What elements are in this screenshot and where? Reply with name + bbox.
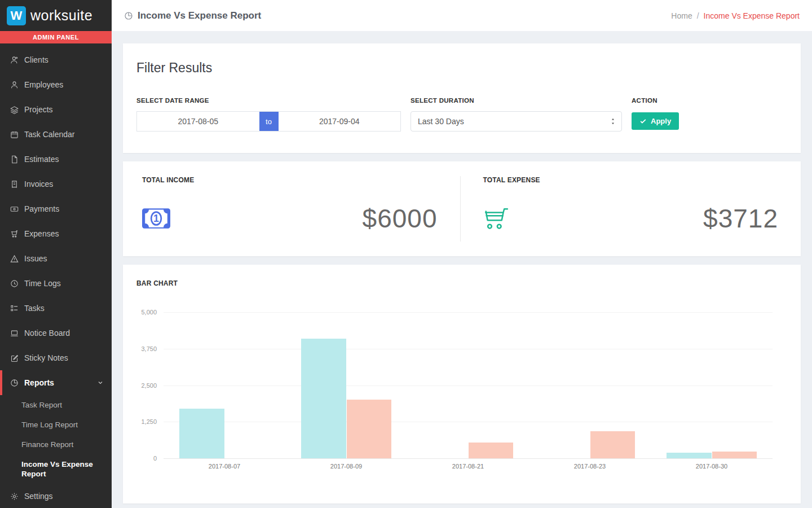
page-title: Income Vs Expense Report [138,10,261,21]
breadcrumb: Home / Income Vs Expense Report [671,11,800,20]
admin-panel-band: ADMIN PANEL [0,31,112,43]
sidebar-item-time-logs[interactable]: Time Logs [0,271,112,296]
employees-icon [10,81,19,89]
y-tick: 2,500 [141,382,157,389]
sidebar-item-clients[interactable]: Clients [0,47,112,72]
sidebar-subitem-income-vs-expense-report[interactable]: Income Vs Expense Report [0,454,107,484]
sidebar-subitem-finance-report[interactable]: Finance Report [0,435,112,454]
sidebar-item-label: Expenses [24,229,59,238]
income-bar [667,453,712,458]
y-tick: 0 [153,455,157,462]
bar-chart-title: BAR CHART [136,279,787,287]
filter-heading: Filter Results [136,60,787,76]
main-content: Filter Results SELECT DATE RANGE to SELE… [112,31,812,508]
sidebar-item-tasks[interactable]: Tasks [0,296,112,321]
layers-icon [10,106,19,114]
start-date-input[interactable] [137,112,259,131]
sidebar-item-label: Task Calendar [24,130,75,139]
clients-icon [10,56,19,64]
bar-group [285,312,407,458]
sidebar-item-estimates[interactable]: Estimates [0,147,112,172]
sidebar-item-sticky-notes[interactable]: Sticky Notes [0,345,112,370]
duration-selected-value: Last 30 Days [418,117,464,126]
sidebar-item-label: Issues [24,254,47,263]
calendar-icon [10,130,19,139]
sidebar-item-label: Notice Board [24,329,70,338]
sidebar: W worksuite ADMIN PANEL Clients Employee… [0,0,112,508]
check-icon [639,117,647,125]
brand-name: worksuite [30,7,92,24]
sidebar-item-reports[interactable]: Reports [0,370,112,395]
end-date-input[interactable] [279,112,401,131]
sidebar-subitem-task-report[interactable]: Task Report [0,395,112,415]
x-axis-label: 2017-08-09 [285,463,407,470]
sidebar-subitem-time-log-report[interactable]: Time Log Report [0,415,112,435]
total-expense-label: TOTAL EXPENSE [483,176,788,184]
sidebar-item-settings[interactable]: Settings [0,484,112,508]
sidebar-item-label: Projects [24,105,53,114]
banknote-icon [10,205,19,213]
duration-label: SELECT DURATION [411,97,622,104]
file-icon [10,155,19,164]
filter-card: Filter Results SELECT DATE RANGE to SELE… [123,43,801,153]
sidebar-item-projects[interactable]: Projects [0,97,112,122]
sidebar-item-label: Reports [24,378,54,387]
select-arrows-icon [610,117,616,125]
cart-icon [483,207,509,230]
x-axis-label: 2017-08-21 [407,463,529,470]
sidebar-item-expenses[interactable]: Expenses [0,221,112,246]
warning-icon [10,255,19,263]
sidebar-item-invoices[interactable]: Invoices [0,172,112,196]
total-expense-value: $3712 [703,203,778,234]
sidebar-item-label: Sticky Notes [24,353,68,362]
gridline [164,458,773,459]
banknote-icon: 1 [142,208,170,229]
bar-group [164,312,285,458]
total-income-panel: TOTAL INCOME 1 $6000 [123,176,460,242]
tasks-icon [10,304,19,313]
date-range-group: to [136,111,401,132]
bar-group [529,312,651,458]
y-tick: 3,750 [141,345,157,352]
sidebar-item-task-calendar[interactable]: Task Calendar [0,122,112,147]
sidebar-item-label: Settings [24,492,53,501]
sidebar-item-label: Time Logs [24,279,61,288]
sidebar-item-issues[interactable]: Issues [0,246,112,271]
sidebar-item-payments[interactable]: Payments [0,196,112,221]
x-axis-label: 2017-08-30 [651,463,773,470]
sidebar-item-employees[interactable]: Employees [0,72,112,97]
chevron-down-icon [97,379,104,386]
income-bar [301,339,346,458]
logo-icon: W [7,6,26,25]
y-tick: 5,000 [141,309,157,316]
x-axis: 2017-08-072017-08-092017-08-212017-08-23… [164,463,773,470]
plot-area [164,312,773,458]
sidebar-item-label: Invoices [24,179,53,189]
receipt-icon [10,180,19,189]
sidebar-item-label: Tasks [24,304,45,313]
x-axis-label: 2017-08-07 [164,463,285,470]
board-icon [10,329,19,338]
pie-chart-icon [10,379,19,387]
bar-chart: 5,000 3,750 2,500 1,250 0 [136,312,787,458]
sidebar-item-label: Clients [24,55,48,64]
date-range-label: SELECT DATE RANGE [136,97,401,104]
income-bar [179,409,224,458]
sidebar-item-notice-board[interactable]: Notice Board [0,321,112,345]
app-logo[interactable]: W worksuite [0,0,112,31]
sidebar-item-label: Employees [24,80,63,89]
sidebar-item-label: Payments [24,204,59,213]
date-range-connector: to [259,112,279,131]
clock-icon [10,279,19,288]
total-income-label: TOTAL INCOME [142,176,447,184]
duration-select[interactable]: Last 30 Days [411,111,622,132]
pie-chart-icon [124,11,133,20]
breadcrumb-home-link[interactable]: Home [671,11,692,20]
breadcrumb-current: Income Vs Expense Report [704,11,800,20]
apply-button-label: Apply [651,117,671,125]
apply-button[interactable]: Apply [632,112,679,130]
top-header: Income Vs Expense Report Home / Income V… [112,0,812,31]
bar-group [407,312,529,458]
note-icon [10,354,19,362]
sidebar-nav: Clients Employees Projects Task Calendar… [0,43,112,508]
